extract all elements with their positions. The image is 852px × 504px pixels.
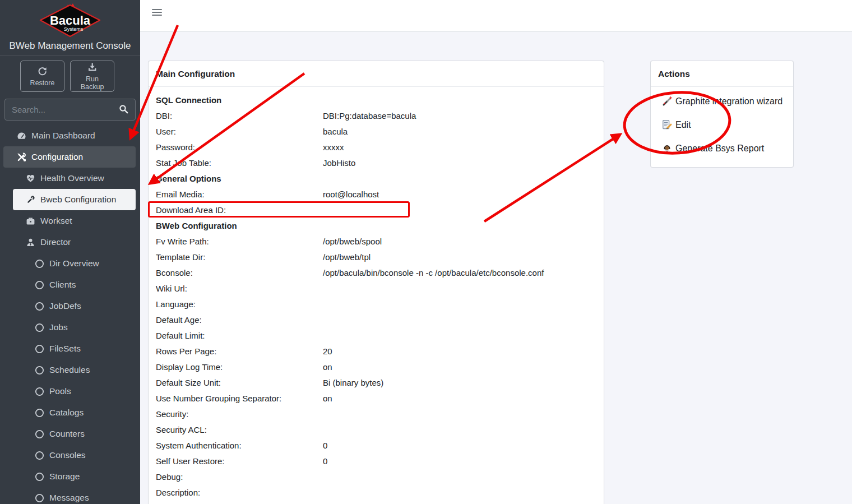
row-label: Description: (156, 485, 323, 501)
sidebar-item-label: Bweb Configuration (40, 195, 116, 205)
sidebar-item-counters[interactable]: Counters (13, 423, 136, 445)
content-area: Main Configuration SQL ConnectionDBI:DBI… (140, 32, 852, 504)
sidebar-item-clients[interactable]: Clients (13, 274, 136, 295)
row-value (323, 406, 596, 422)
sidebar-item-director[interactable]: Director (13, 232, 136, 253)
row-value (323, 422, 596, 438)
brand: Bacula Systems BWeb Management Console (0, 0, 140, 56)
report-person-icon (661, 143, 673, 154)
sidebar-item-label: FileSets (49, 344, 81, 354)
row-value: JobHisto (323, 155, 596, 171)
row-value: /opt/bacula/bin/bconsole -n -c /opt/bacu… (323, 265, 596, 281)
sidebar-item-jobs[interactable]: Jobs (13, 317, 136, 338)
sidebar-item-label: Counters (49, 429, 85, 439)
sidebar-item-label: Health Overview (40, 173, 104, 183)
row-label: Security ACL: (156, 422, 323, 438)
main-configuration-card: Main Configuration SQL ConnectionDBI:DBI… (148, 61, 604, 504)
action-item-generate-bsys-report[interactable]: Generate Bsys Report (661, 137, 793, 160)
row-value: 0 (323, 454, 596, 469)
config-row-self-user-restore: Self User Restore:0 (156, 454, 596, 469)
row-label: Fv Write Path: (156, 234, 323, 249)
config-row-default-size-unit: Default Size Unit:Bi (binary bytes) (156, 375, 596, 391)
sidebar-item-label: Main Dashboard (31, 131, 95, 141)
sidebar-item-filesets[interactable]: FileSets (13, 338, 136, 359)
row-label: Template Dir: (156, 249, 323, 265)
row-value (323, 469, 596, 485)
row-label: DBI: (156, 108, 323, 124)
config-row-email-media: Email Media:root@localhost (156, 187, 596, 202)
briefcase-icon (26, 216, 35, 226)
actions-card: Actions Graphite integration wizard Edit… (650, 61, 794, 168)
tools-icon (17, 152, 26, 162)
config-row-stat-job-table: Stat Job Table:JobHisto (156, 155, 596, 171)
config-row-description: Description: (156, 485, 596, 501)
sidebar-item-schedules[interactable]: Schedules (13, 359, 136, 381)
sidebar-item-label: Configuration (31, 152, 83, 162)
run-backup-label: Run Backup (74, 75, 110, 91)
config-row-use-number-grouping-separator: Use Number Grouping Separator:on (156, 391, 596, 406)
circle-icon (35, 493, 44, 503)
sidebar: Bacula Systems BWeb Management Console R… (0, 0, 140, 504)
row-value: bacula (323, 124, 596, 140)
sidebar-item-consoles[interactable]: Consoles (13, 445, 136, 466)
sidebar-item-label: Consoles (49, 450, 86, 460)
sidebar-item-label: JobDefs (49, 301, 81, 311)
config-row-wiki-url: Wiki Url: (156, 281, 596, 297)
sidebar-item-label: Schedules (49, 365, 90, 375)
circle-icon (35, 387, 44, 396)
sidebar-item-main-dashboard[interactable]: Main Dashboard (3, 125, 136, 146)
row-value (323, 485, 596, 501)
hamburger-icon (152, 9, 162, 16)
config-row-system-authentication: System Authentication:0 (156, 438, 596, 454)
sidebar-item-label: Clients (49, 280, 76, 290)
config-row-rows-per-page: Rows Per Page:20 (156, 344, 596, 359)
sidebar-item-pools[interactable]: Pools (13, 381, 136, 402)
search-button[interactable] (112, 99, 135, 120)
run-backup-button[interactable]: Run Backup (70, 61, 114, 92)
main-card-title: Main Configuration (149, 61, 604, 87)
brand-title: BWeb Management Console (0, 40, 140, 52)
sidebar-item-configuration[interactable]: Configuration (3, 146, 136, 168)
row-label: Default Size Unit: (156, 375, 323, 391)
actions-card-body: Graphite integration wizard Edit Generat… (651, 87, 793, 160)
row-value: on (323, 391, 596, 406)
sidebar-item-messages[interactable]: Messages (13, 487, 136, 504)
action-item-graphite-integration-wizard[interactable]: Graphite integration wizard (661, 90, 793, 113)
restore-button[interactable]: Restore (20, 61, 64, 92)
row-label: Display Log Time: (156, 359, 323, 375)
edit-icon (661, 119, 673, 131)
config-row-user: User:bacula (156, 124, 596, 140)
row-label: Rows Per Page: (156, 344, 323, 359)
sidebar-item-jobdefs[interactable]: JobDefs (13, 295, 136, 317)
search-input[interactable] (5, 99, 112, 120)
row-label: Wiki Url: (156, 281, 323, 297)
row-value: xxxxx (323, 140, 596, 155)
actions-card-title: Actions (651, 61, 793, 87)
row-value: root@localhost (323, 187, 596, 202)
sidebar-item-label: Storage (49, 471, 80, 482)
config-row-fv-write-path: Fv Write Path:/opt/bweb/spool (156, 234, 596, 249)
svg-text:Systems: Systems (64, 26, 84, 32)
config-row-default-limit: Default Limit: (156, 328, 596, 344)
sidebar-item-health-overview[interactable]: Health Overview (13, 168, 136, 189)
row-value (323, 312, 596, 328)
sidebar-item-label: Pools (49, 386, 71, 396)
sidebar-item-storage[interactable]: Storage (13, 466, 136, 487)
row-label: Debug: (156, 469, 323, 485)
sidebar-item-dir-overview[interactable]: Dir Overview (13, 253, 136, 274)
row-label: Security: (156, 406, 323, 422)
sidebar-item-bweb-configuration[interactable]: Bweb Configuration (13, 189, 136, 210)
circle-icon (35, 259, 44, 269)
circle-icon (35, 302, 44, 311)
menu-toggle-button[interactable] (152, 9, 162, 18)
top-navbar (140, 0, 852, 32)
config-row-security-acl: Security ACL: (156, 422, 596, 438)
action-item-edit[interactable]: Edit (661, 113, 793, 137)
sidebar-item-catalogs[interactable]: Catalogs (13, 402, 136, 423)
wand-icon (661, 96, 673, 107)
action-item-label: Edit (675, 120, 691, 130)
action-item-label: Generate Bsys Report (675, 144, 764, 154)
circle-icon (35, 280, 44, 290)
sidebar-item-workset[interactable]: Workset (13, 210, 136, 232)
row-label: System Authentication: (156, 438, 323, 454)
